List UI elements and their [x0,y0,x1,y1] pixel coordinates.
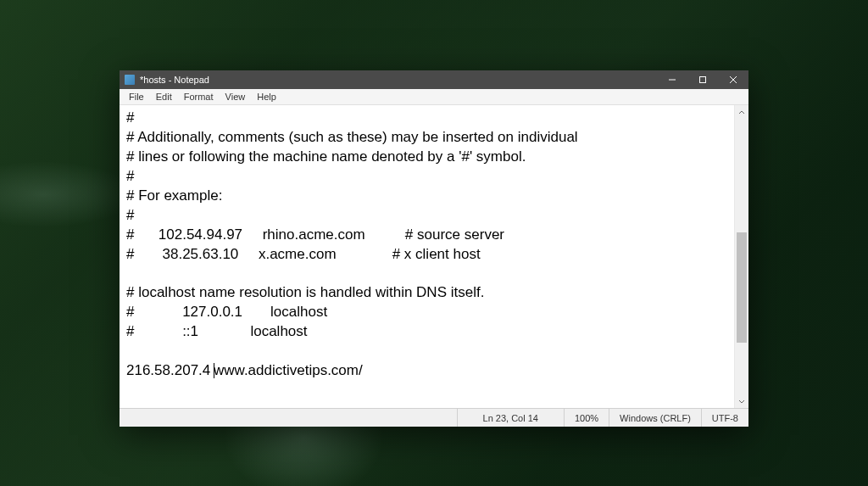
statusbar: Ln 23, Col 14 100% Windows (CRLF) UTF-8 [120,408,748,427]
vertical-scrollbar[interactable] [734,105,748,408]
app-icon [125,75,135,85]
titlebar[interactable]: *hosts - Notepad [120,70,748,89]
status-encoding: UTF-8 [701,409,748,427]
text-editor[interactable]: # # Additionally, comments (such as thes… [120,105,734,408]
scroll-thumb[interactable] [737,232,747,343]
menu-help[interactable]: Help [251,90,282,103]
menu-edit[interactable]: Edit [150,90,178,103]
window-title: *hosts - Notepad [140,75,657,85]
close-button[interactable] [718,70,748,89]
content-area: # # Additionally, comments (such as thes… [120,105,748,408]
window-controls [657,70,748,89]
menu-view[interactable]: View [220,90,252,103]
minimize-button[interactable] [657,70,687,89]
notepad-window: *hosts - Notepad File Edit Format View H… [120,70,748,427]
svg-rect-1 [700,77,706,83]
status-line-ending: Windows (CRLF) [609,409,701,427]
scroll-up-arrow-icon[interactable] [735,105,748,120]
maximize-button[interactable] [687,70,718,89]
status-zoom: 100% [564,409,609,427]
scroll-down-arrow-icon[interactable] [735,394,748,408]
menu-format[interactable]: Format [178,90,220,103]
menu-file[interactable]: File [123,90,150,103]
menubar: File Edit Format View Help [120,89,748,105]
status-position: Ln 23, Col 14 [457,409,564,427]
